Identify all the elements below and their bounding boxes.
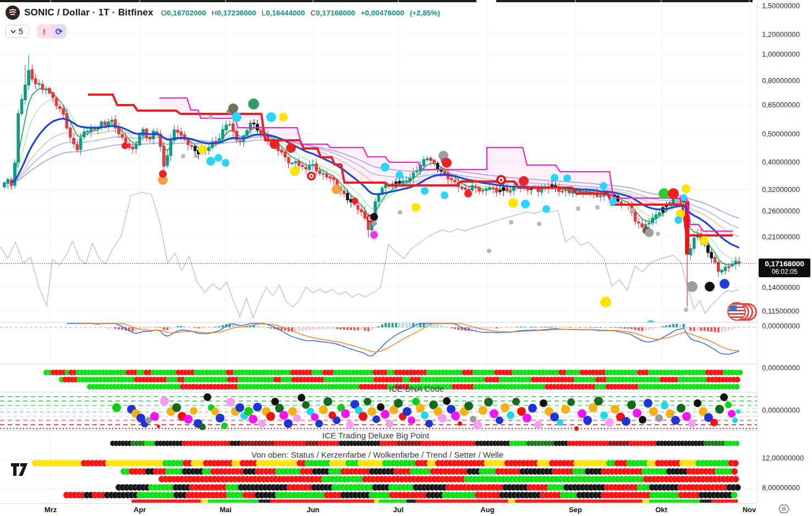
dna-scatter-dot [421,411,429,419]
price-label: 0,80000000 [762,76,800,85]
refresh-icon[interactable]: ⟳ [52,24,67,39]
dna-scatter-dot [479,406,487,415]
price-label: 0,26000000 [762,207,800,215]
macd-hist-bar [738,327,740,328]
month-label[interactable]: Mai [220,506,232,514]
signal-dot [215,154,222,162]
macd-hist-bar [305,327,307,331]
macd-hist-bar [374,327,376,328]
dna-scatter-dot [359,412,367,421]
candle-body [561,191,564,192]
signal-dot [576,206,580,211]
month-label[interactable]: Jul [393,506,404,514]
macd-hist-bar [256,326,259,327]
tradingview-logo-icon[interactable] [11,463,30,480]
low-value: 0,16444000 [266,9,305,17]
macd-hist-bar [613,327,616,328]
macd-hist-bar [502,327,504,328]
candle-body [38,84,41,85]
dna-scatter-dot [528,404,537,413]
signal-dot [381,163,389,172]
dna-scatter-dot [235,403,244,412]
dna-scatter-dot [381,410,389,419]
signal-dot [674,216,682,224]
candle-body [315,164,318,171]
symbol-title[interactable]: SONIC / Dollar · 1T · Bitfinex [24,7,153,18]
signal-dot [370,213,378,221]
macd-hist-bar [215,327,217,327]
timezone-settings-icon[interactable] [778,504,790,516]
macd-hist-bar [728,327,730,331]
us-flag-icon [727,302,746,321]
candle-body [31,70,34,79]
candle-body [415,171,418,172]
month-label[interactable]: Okt [655,506,667,514]
signal-dot [656,232,660,236]
candle-body [308,166,311,169]
candle-body [332,178,335,180]
open-value: 0,16702000 [167,9,206,17]
dna-scatter-dot [639,416,646,424]
signal-dot [442,158,452,168]
state-dot [734,384,739,389]
chart-canvas[interactable] [0,0,757,503]
dna-scatter-dot [150,412,159,421]
dna-scatter-dot [600,411,608,419]
signal-dot [398,210,402,215]
macd-hist-bar [357,327,359,330]
candle-body [495,188,498,193]
signal-dot [286,143,296,153]
dna-scatter-dot [346,421,354,429]
macd-hist-bar [513,327,515,328]
ohlc-values: O0,16702000 H0,17236000 L0,16444000 C0,1… [161,9,440,17]
dna-scatter-dot [633,409,641,418]
price-label: 0,50000000 [762,130,800,138]
us-flag-badges [727,302,756,321]
month-label[interactable]: Aug [480,506,494,514]
matrix-dot-row [63,492,738,498]
candle-body [714,257,716,262]
candle-body [693,238,695,249]
signal-dot [646,320,656,330]
candle-body [450,178,453,180]
month-label[interactable]: Apr [134,506,146,514]
macd-hist-bar [315,327,317,330]
macd-hist-bar [555,327,557,327]
candle-body [475,186,478,188]
macd-hist-bar [620,327,622,328]
candle-body [436,163,439,169]
price-axis[interactable]: 1,500000001,200000001,000000000,80000000… [757,0,812,503]
state-dot [734,441,740,446]
macd-hist-bar [197,327,200,328]
macd-hist-bar [610,327,612,328]
close-value: 0,17168000 [316,9,355,17]
macd-hist-bar [114,327,117,329]
macd-hist-bar [298,327,300,331]
alert-icon[interactable]: ! [37,24,52,39]
signal-dot [228,103,238,113]
month-label[interactable]: Mrz [45,506,57,514]
dna-scatter-dot [694,399,701,407]
dna-scatter-dot [728,410,736,418]
dna-scatter-dot [710,419,718,426]
macd-hist-bar [585,327,588,328]
state-dot [737,370,743,375]
candle-body [169,139,172,156]
candles-dropdown[interactable]: 5 [6,25,29,38]
dna-scatter-dot [583,416,592,425]
low-label: L [262,9,266,17]
macd-hist-bar [499,327,501,328]
signal-dot [509,220,513,224]
month-label[interactable]: Sep [569,506,582,514]
candle-body [727,267,730,268]
signal-dot [181,154,185,158]
macd-hist-bar [648,327,650,330]
candle-body [689,249,692,255]
macd-hist-bar [201,327,203,328]
dna-scatter-dot [377,403,385,411]
time-axis[interactable]: MrzAprMaiJunJulAugSepOktNov [0,503,757,516]
macd-hist-bar [187,327,189,327]
month-label[interactable]: Jun [306,506,319,514]
macd-hist-bar [544,327,546,327]
month-label[interactable]: Nov [743,506,756,514]
